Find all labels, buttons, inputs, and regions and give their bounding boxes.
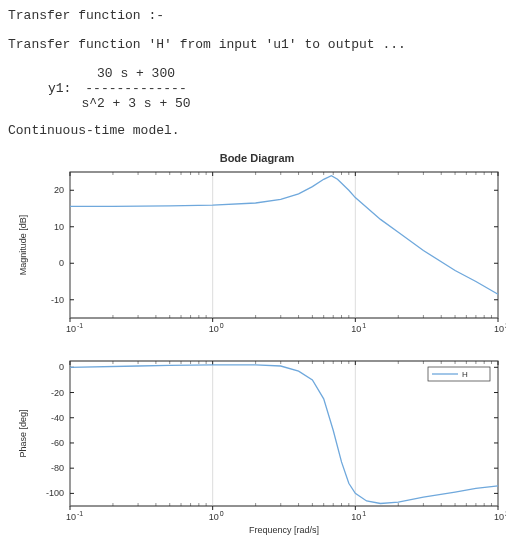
header-title: Transfer function :- xyxy=(8,8,506,23)
bode-title: Bode Diagram xyxy=(8,152,506,164)
y-tick-label: -80 xyxy=(51,463,64,473)
x-tick-exp: -1 xyxy=(77,510,83,517)
x-tick-label: 10 xyxy=(209,324,219,334)
x-tick-exp: 2 xyxy=(505,510,506,517)
x-tick-label: 10 xyxy=(209,512,219,522)
x-tick-label: 10 xyxy=(66,512,76,522)
series-line xyxy=(70,176,498,295)
tf-numerator: 30 s + 300 xyxy=(81,66,190,81)
y-axis-label: Phase [deg] xyxy=(18,409,28,457)
x-tick-label: 10 xyxy=(494,512,504,522)
tf-divider: ------------- xyxy=(81,81,190,96)
y-tick-label: 0 xyxy=(59,258,64,268)
x-tick-exp: -1 xyxy=(77,322,83,329)
y-tick-label: -20 xyxy=(51,388,64,398)
x-tick-label: 10 xyxy=(351,512,361,522)
legend-label: H xyxy=(462,370,468,379)
x-tick-exp: 1 xyxy=(362,510,366,517)
y-tick-label: 20 xyxy=(54,185,64,195)
y-tick-label: -60 xyxy=(51,438,64,448)
x-axis-label: Frequency [rad/s] xyxy=(249,525,319,535)
svg-rect-69 xyxy=(70,361,498,506)
x-tick-label: 10 xyxy=(66,324,76,334)
tf-output-label: y1: xyxy=(48,81,71,96)
y-tick-label: 10 xyxy=(54,222,64,232)
y-tick-label: -40 xyxy=(51,413,64,423)
x-tick-label: 10 xyxy=(351,324,361,334)
x-tick-exp: 0 xyxy=(220,322,224,329)
tf-denominator: s^2 + 3 s + 50 xyxy=(81,96,190,111)
x-tick-label: 10 xyxy=(494,324,504,334)
x-tick-exp: 1 xyxy=(362,322,366,329)
x-tick-exp: 2 xyxy=(505,322,506,329)
y-axis-label: Magnitude [dB] xyxy=(18,215,28,276)
header-desc: Transfer function 'H' from input 'u1' to… xyxy=(8,37,506,52)
series-line xyxy=(70,365,498,504)
svg-rect-0 xyxy=(70,172,498,318)
model-type: Continuous-time model. xyxy=(8,123,506,138)
y-tick-label: -10 xyxy=(51,295,64,305)
y-tick-label: -100 xyxy=(46,488,64,498)
transfer-function: y1: 30 s + 300 ------------- s^2 + 3 s +… xyxy=(48,66,506,111)
x-tick-exp: 0 xyxy=(220,510,224,517)
bode-diagram: 10-1100101102-1001020Magnitude [dB]10-11… xyxy=(8,166,506,536)
y-tick-label: 0 xyxy=(59,362,64,372)
